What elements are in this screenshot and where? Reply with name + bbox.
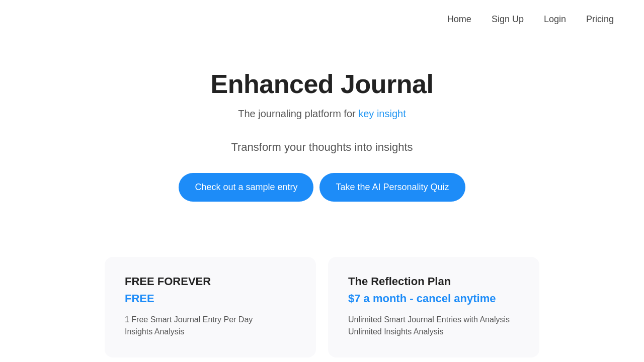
nav-login[interactable]: Login [544, 14, 566, 25]
personality-quiz-button[interactable]: Take the AI Personality Quiz [319, 173, 465, 202]
hero-tagline: Transform your thoughts into insights [231, 141, 413, 154]
free-plan-feature-2: Insights Analysis [125, 327, 296, 336]
free-plan-price: FREE [125, 292, 296, 305]
hero-subtitle-prefix: The journaling platform for [238, 108, 358, 119]
free-plan-name: FREE FOREVER [125, 275, 296, 288]
navbar: Home Sign Up Login Pricing [0, 0, 644, 39]
hero-section: Enhanced Journal The journaling platform… [0, 39, 644, 222]
reflection-plan-feature-1: Unlimited Smart Journal Entries with Ana… [348, 315, 519, 324]
free-plan-feature-1: 1 Free Smart Journal Entry Per Day [125, 315, 296, 324]
key-insight-link[interactable]: key insight [358, 108, 406, 119]
hero-subtitle: The journaling platform for key insight [238, 108, 406, 120]
reflection-plan-feature-2: Unlimited Insights Analysis [348, 327, 519, 336]
free-plan-card: FREE FOREVER FREE 1 Free Smart Journal E… [105, 257, 316, 357]
reflection-plan-card: The Reflection Plan $7 a month - cancel … [328, 257, 539, 357]
hero-title: Enhanced Journal [211, 69, 434, 99]
reflection-plan-name: The Reflection Plan [348, 275, 519, 288]
nav-home[interactable]: Home [447, 14, 471, 25]
pricing-section: FREE FOREVER FREE 1 Free Smart Journal E… [0, 237, 644, 362]
nav-signup[interactable]: Sign Up [492, 14, 524, 25]
hero-buttons: Check out a sample entry Take the AI Per… [179, 173, 465, 202]
reflection-plan-price: $7 a month - cancel anytime [348, 292, 519, 305]
nav-pricing[interactable]: Pricing [586, 14, 614, 25]
sample-entry-button[interactable]: Check out a sample entry [179, 173, 313, 202]
